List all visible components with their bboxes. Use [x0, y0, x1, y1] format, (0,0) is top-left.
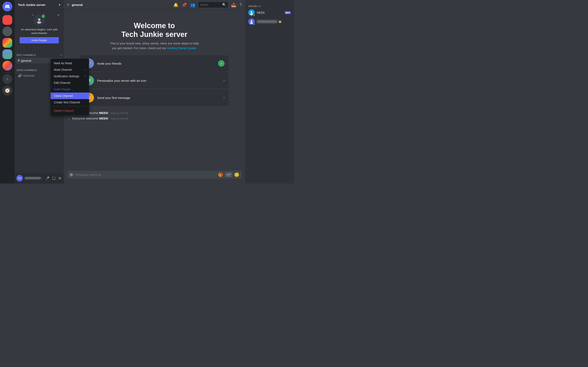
message-timestamp-2: Today at 4:39 PM	[111, 117, 128, 120]
message-arrow-icon-2: →	[67, 117, 71, 121]
members-list-icon[interactable]: 👥	[190, 2, 195, 7]
user-settings-button[interactable]: ⚙	[58, 176, 62, 181]
channel-name-voice: General	[23, 74, 34, 77]
member-item-user2[interactable]: 👑	[247, 17, 292, 26]
message-input-area: ⊕ 🎁 GIF 🙂	[64, 171, 245, 184]
action-card-personalize-server[interactable]: Personalize your server with an icon ›	[80, 72, 229, 89]
svg-point-0	[38, 18, 40, 21]
mute-channel-label: Mute Channel	[54, 68, 72, 71]
text-channels-label: TEXT CHANNELS	[16, 54, 36, 56]
chat-messages: Welcome toTech Junkie server This is you…	[64, 10, 245, 171]
server-separator-2	[4, 72, 11, 73]
chat-area: Welcome toTech Junkie server This is you…	[64, 10, 245, 184]
user-avatar: TJ	[16, 175, 23, 182]
pinned-messages-icon[interactable]: 📌	[182, 2, 187, 7]
user-area: TJ 🎤 🎧 ⚙	[15, 173, 64, 184]
add-text-channel-button[interactable]: +	[60, 53, 62, 57]
server-name: Tech Junkie server	[18, 3, 45, 7]
action-card-send-message[interactable]: Send your first message ›	[80, 90, 229, 106]
mark-as-read-label: Mark As Read	[54, 62, 72, 65]
deafen-button[interactable]: 🎧	[51, 176, 57, 181]
inbox-icon[interactable]: 📥	[231, 2, 236, 7]
send-message-text: Send your first message	[97, 96, 220, 100]
context-menu-notification-settings[interactable]: Notification Settings ›	[51, 73, 89, 80]
crown-icon-user2: 👑	[278, 20, 282, 23]
discover-servers-button[interactable]: 🧭	[2, 86, 12, 95]
message-toolbar: 🎁 GIF 🙂	[218, 172, 239, 177]
server-icon-3[interactable]	[2, 38, 12, 48]
mute-channel-arrow: ›	[85, 68, 86, 71]
user-info	[25, 177, 43, 180]
text-channels-category: TEXT CHANNELS +	[15, 50, 64, 58]
help-icon[interactable]: ?	[240, 2, 242, 7]
delete-channel-label: Delete Channel	[54, 109, 74, 112]
server-icon-1[interactable]	[2, 15, 12, 25]
context-menu-separator	[51, 106, 89, 107]
server-separator	[4, 13, 11, 13]
search-icon: 🔍	[222, 3, 226, 7]
personalize-text: Personalize your server with an icon	[97, 79, 220, 82]
channel-header-name: general	[72, 3, 82, 7]
popup-avatar-container: ✦ ✦ ✦	[20, 15, 59, 26]
context-menu-clone-channel[interactable]: Clone Channel	[51, 92, 89, 99]
context-menu-edit-channel[interactable]: Edit Channel	[51, 80, 89, 86]
message-input[interactable]	[76, 171, 216, 179]
context-menu-create-text-channel[interactable]: Create Text Channel	[51, 99, 89, 106]
server-icon-5[interactable]	[2, 61, 12, 71]
mute-button[interactable]: 🎤	[44, 176, 50, 181]
popup-avatar	[34, 15, 45, 26]
search-bar[interactable]: 🔍	[199, 2, 228, 8]
popup-notification: × ✦ ✦ ✦ An adventure begins. Let's add s…	[16, 11, 62, 47]
gif-button[interactable]: GIF	[226, 173, 232, 176]
voice-channel-icon: 🔊	[18, 74, 22, 77]
message-1: → Everyone welcome MEE6! Today at 4:38 P…	[64, 111, 245, 116]
notification-settings-label: Notification Settings	[54, 75, 79, 78]
member-name-mee6: MEE6	[257, 11, 284, 14]
channel-header-actions: 🔔 📌 👥 🔍 📥 ?	[173, 2, 242, 8]
notification-bell-icon[interactable]: 🔔	[173, 2, 178, 7]
invite-people-label: Invite People	[54, 88, 70, 91]
server-icon-tech-junkie[interactable]	[2, 49, 12, 59]
member-status-mee6	[253, 14, 255, 16]
action-card-invite-friends[interactable]: Invite your friends ✓	[80, 55, 229, 72]
server-icon-home[interactable]	[2, 2, 12, 11]
channel-header: # general 🔔 📌 👥 🔍 📥 ?	[64, 0, 245, 10]
emoji-button[interactable]: 🙂	[234, 172, 239, 177]
member-item-mee6[interactable]: MEE6 BOT	[247, 8, 292, 17]
member-name-row-user2: 👑	[257, 20, 291, 23]
channel-name-general: general	[21, 59, 31, 62]
voice-channels-label: VOICE CHANNELS	[16, 69, 37, 71]
server-icon-2[interactable]	[2, 26, 12, 36]
gift-icon[interactable]: 🎁	[218, 172, 223, 177]
welcome-section: Welcome toTech Junkie server This is you…	[64, 13, 245, 55]
bot-badge-mee6: BOT	[285, 11, 291, 14]
getting-started-link[interactable]: Getting Started guide	[167, 46, 196, 50]
popup-title: An adventure begins. Let's add some frie…	[20, 28, 59, 35]
svg-point-11	[251, 11, 252, 13]
server-list: + 🧭	[0, 0, 15, 184]
member-status-user2	[253, 23, 255, 25]
clone-channel-label: Clone Channel	[54, 94, 73, 98]
member-name-blurred	[257, 20, 277, 23]
add-server-button[interactable]: +	[2, 74, 12, 84]
popup-invite-button[interactable]: Invite People	[20, 37, 59, 43]
server-header[interactable]: Tech Junkie server ▾	[15, 0, 64, 10]
context-menu-invite-people[interactable]: Invite People	[51, 86, 89, 92]
members-online-label: ONLINE—2	[247, 3, 292, 8]
message-input-container: ⊕ 🎁 GIF 🙂	[67, 171, 242, 179]
username-blurred	[25, 177, 41, 179]
channel-header-hash-icon: #	[67, 2, 69, 7]
context-menu-delete-channel[interactable]: Delete Channel	[51, 108, 89, 114]
action-cards: Invite your friends ✓ Personalize your s…	[64, 55, 245, 106]
members-list: ONLINE—2 MEE6 BOT 👑	[245, 0, 294, 184]
context-menu: Mark As Read Mute Channel › Notification…	[51, 59, 89, 115]
message-content-2: Everyone welcome MEE6! Today at 4:39 PM	[72, 117, 128, 120]
context-menu-mark-as-read[interactable]: Mark As Read	[51, 60, 89, 67]
member-avatar-mee6	[248, 9, 255, 16]
member-name-row-mee6: MEE6 BOT	[257, 11, 291, 14]
member-avatar-user2	[248, 18, 255, 25]
search-input[interactable]	[200, 3, 221, 6]
invite-friends-text: Invite your friends	[97, 62, 215, 65]
context-menu-mute-channel[interactable]: Mute Channel ›	[51, 67, 89, 73]
message-add-button[interactable]: ⊕	[69, 172, 73, 177]
